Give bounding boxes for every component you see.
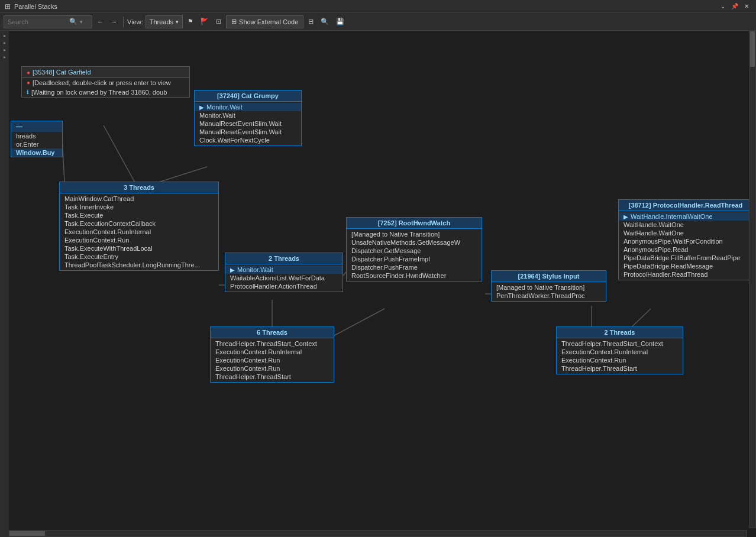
tt-row-5: ExecutionContext.RunInternal	[60, 228, 218, 236]
tb-row-4: ThreadHelper.ThreadStart	[557, 364, 683, 373]
search-dropdown-icon[interactable]: ▾	[80, 19, 83, 25]
tt-row-8: Task.ExecuteEntry	[60, 253, 218, 261]
ph-row-2: WaitHandle.WaitOne	[619, 221, 752, 229]
cat-grumpy-body: ▶ Monitor.Wait Monitor.Wait ManualResetE…	[195, 102, 301, 145]
rh-row-6: RootSourceFinder.HwndWatcher	[347, 271, 482, 280]
garfield-error-icon: ●	[27, 69, 30, 76]
canvas-area[interactable]: — hreads or.Enter Window.Buy ● [35348] C…	[0, 31, 756, 537]
arrow-icon-2: ▶	[230, 267, 235, 273]
garfield-header: ● [35348] Cat Garfield	[22, 67, 189, 78]
left-edge-panel: ▸ ▸ ▸ ▸	[0, 31, 9, 537]
dropdown-btn[interactable]: ⌄	[718, 2, 728, 11]
horizontal-scrollbar[interactable]	[9, 530, 747, 537]
search-icon: 🔍	[69, 18, 77, 25]
view-dropdown-arrow: ▾	[176, 19, 179, 25]
title-bar: ⊞ Parallel Stacks ⌄ 📌 ✕	[0, 0, 756, 13]
grumpy-row-5: Clock.WaitForNextCycle	[195, 136, 301, 144]
st-row-3: ExecutionContext.Run	[211, 356, 334, 364]
filter-btn[interactable]: ⚑	[185, 15, 196, 28]
left-row-2: or.Enter	[11, 140, 62, 148]
ph-row-5: AnonymousPipe.Read	[619, 245, 752, 254]
three-threads-node: 3 Threads MainWindow.CatThread Task.Inne…	[59, 182, 219, 271]
svg-line-1	[104, 125, 136, 185]
protocol-handler-node: [38712] ProtocolHandler.ReadThread ▶ Wai…	[618, 199, 753, 280]
two-threads-b-header: 2 Threads	[557, 327, 683, 338]
edge-btn-4[interactable]: ▸	[2, 54, 8, 60]
rh-row-4: Dispatcher.PushFrameImpl	[347, 255, 482, 263]
two-threads-b-node: 2 Threads ThreadHelper.ThreadStart_Conte…	[556, 326, 683, 374]
garfield-row-2: ℹ [Waiting on lock owned by Thread 31860…	[22, 88, 189, 97]
tt-row-1: MainWindow.CatThread	[60, 195, 218, 203]
search-box[interactable]: 🔍 ▾	[4, 15, 92, 28]
six-threads-header: 6 Threads	[211, 327, 334, 338]
two-threads-b-body: ThreadHelper.ThreadStart_Context Executi…	[557, 338, 683, 374]
two-threads-a-node: 2 Threads ▶ Monitor.Wait WaitableActions…	[225, 253, 343, 292]
stylus-body: [Managed to Native Transition] PenThread…	[492, 282, 606, 301]
nav-back-btn[interactable]: ←	[95, 15, 106, 28]
separator-1	[123, 17, 124, 27]
left-row-1: hreads	[11, 132, 62, 140]
search-canvas-btn[interactable]: 🔍	[318, 15, 331, 28]
h-scrollbar-thumb[interactable]	[9, 531, 45, 536]
st-row-1: ThreadHelper.ThreadStart_Context	[211, 339, 334, 348]
svg-line-6	[331, 309, 385, 337]
ph-row-7: PipeDataBridge.ReadMessage	[619, 262, 752, 270]
st-row-4: ExecutionContext.Run	[211, 364, 334, 373]
close-btn[interactable]: ✕	[742, 2, 751, 11]
root-hwnd-node: [7252] RootHwndWatch [Managed to Native …	[346, 217, 482, 282]
rh-row-2: UnsafeNativeMethods.GetMessageW	[347, 238, 482, 247]
left-panel-header: —	[11, 121, 62, 132]
search-input[interactable]	[8, 18, 67, 25]
three-threads-header: 3 Threads	[60, 182, 218, 193]
stylus-header: [21964] Stylus Input	[492, 271, 606, 282]
six-threads-node: 6 Threads ThreadHelper.ThreadStart_Conte…	[210, 326, 334, 383]
grumpy-row-3: ManualResetEventSlim.Wait	[195, 119, 301, 128]
ph-row-6: PipeDataBridge.FillBufferFromReadPipe	[619, 254, 752, 262]
grumpy-row-2: Monitor.Wait	[195, 111, 301, 119]
edge-btn-2[interactable]: ▸	[2, 40, 8, 46]
rh-row-1: [Managed to Native Transition]	[347, 230, 482, 238]
st-row-2: ExecutionContext.RunInternal	[211, 348, 334, 356]
si-row-2: PenThreadWorker.ThreadProc	[492, 292, 606, 300]
connector-svg	[0, 31, 756, 537]
title-bar-right: ⌄ 📌 ✕	[718, 2, 751, 11]
edge-btn-3[interactable]: ▸	[2, 47, 8, 53]
view-label: View:	[127, 18, 143, 25]
left-panel-node: — hreads or.Enter Window.Buy	[11, 121, 63, 157]
six-threads-body: ThreadHelper.ThreadStart_Context Executi…	[211, 338, 334, 382]
grumpy-row-1: ▶ Monitor.Wait	[195, 103, 301, 111]
tt-row-6: ExecutionContext.Run	[60, 236, 218, 244]
tt-row-4: Task.ExecutionContextCallback	[60, 219, 218, 228]
rh-row-5: Dispatcher.PushFrame	[347, 263, 482, 271]
v-scrollbar-thumb[interactable]	[750, 31, 755, 67]
layout-btn[interactable]: ⊟	[306, 15, 316, 28]
root-hwnd-header: [7252] RootHwndWatch	[347, 218, 482, 229]
ph-row-1: ▶ WaitHandle.InternalWaitOne	[619, 212, 752, 221]
stylus-input-node: [21964] Stylus Input [Managed to Native …	[491, 270, 606, 302]
flag-btn[interactable]: 🚩	[198, 15, 211, 28]
view-dropdown[interactable]: Threads ▾	[146, 15, 183, 28]
si-row-1: [Managed to Native Transition]	[492, 283, 606, 292]
save-btn[interactable]: 💾	[334, 15, 347, 28]
show-external-code-btn[interactable]: ⊞ Show External Code	[226, 15, 303, 28]
tta-row-1: ▶ Monitor.Wait	[225, 266, 343, 274]
protocol-handler-header: [38712] ProtocolHandler.ReadThread	[619, 200, 752, 211]
cat-grumpy-header: [37240] Cat Grumpy	[195, 90, 301, 102]
tta-row-3: ProtocolHandler.ActionThread	[225, 282, 343, 290]
nav-forward-btn[interactable]: →	[108, 15, 119, 28]
arrow-icon-3: ▶	[623, 213, 628, 220]
show-ext-label: Show External Code	[239, 18, 298, 25]
three-threads-body: MainWindow.CatThread Task.InnerInvoke Ta…	[60, 193, 218, 270]
frame-toggle-btn[interactable]: ⊡	[214, 15, 224, 28]
edge-btn-1[interactable]: ▸	[2, 33, 8, 39]
garfield-text-1: [Deadlocked, double-click or press enter…	[33, 79, 171, 86]
info-icon: ℹ	[27, 89, 29, 95]
tb-row-3: ExecutionContext.Run	[557, 356, 683, 364]
pin-btn[interactable]: 📌	[730, 2, 739, 11]
left-panel-body: hreads or.Enter Window.Buy	[11, 132, 62, 157]
ph-row-3: WaitHandle.WaitOne	[619, 229, 752, 237]
tta-row-2: WaitableActionsList.WaitForData	[225, 274, 343, 282]
st-row-5: ThreadHelper.ThreadStart	[211, 373, 334, 381]
vertical-scrollbar[interactable]	[749, 31, 756, 528]
show-ext-icon: ⊞	[231, 18, 237, 25]
